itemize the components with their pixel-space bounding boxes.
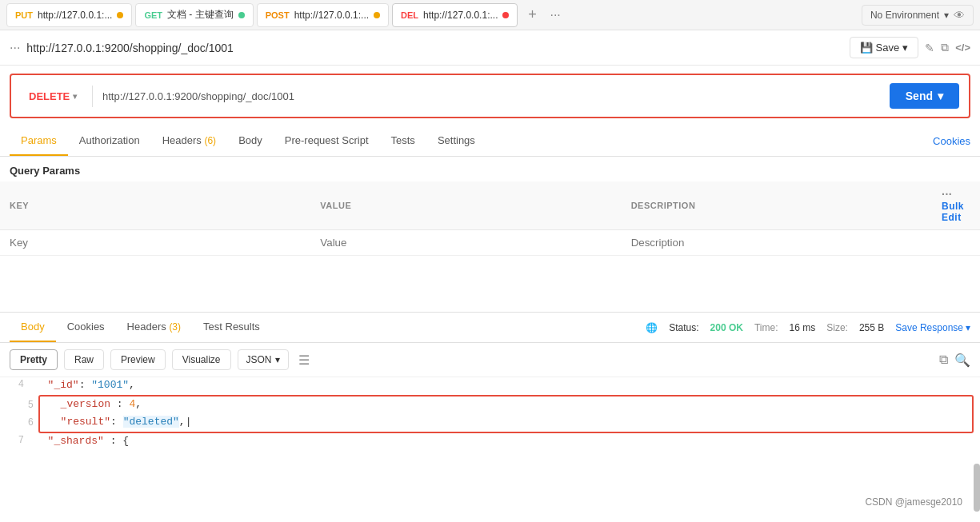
json-format-selector[interactable]: JSON ▾ bbox=[238, 349, 289, 370]
eye-icon: 👁 bbox=[954, 9, 965, 22]
three-dots-icon[interactable]: ··· bbox=[942, 188, 952, 201]
format-visualize-button[interactable]: Visualize bbox=[172, 349, 231, 370]
value-input[interactable] bbox=[320, 237, 611, 249]
col-desc-header: DESCRIPTION bbox=[622, 181, 932, 230]
response-tab-body[interactable]: Body bbox=[10, 313, 56, 342]
code-line-6: "result": "deleted",| bbox=[40, 414, 972, 432]
send-arrow-icon: ▾ bbox=[938, 90, 943, 102]
format-raw-button[interactable]: Raw bbox=[64, 349, 104, 370]
vertical-scrollbar[interactable] bbox=[974, 464, 980, 512]
copy-icon[interactable]: ⧉ bbox=[941, 41, 949, 54]
tab-authorization[interactable]: Authorization bbox=[68, 126, 151, 156]
method-label: DELETE bbox=[29, 90, 70, 102]
code-area: 4 "_id": "1001", _version : 4, "result":… bbox=[0, 377, 980, 451]
response-area: Body Cookies Headers (3) Test Results 🌐 … bbox=[0, 312, 980, 451]
table-row bbox=[0, 230, 980, 256]
environment-selector[interactable]: No Environment ▾ 👁 bbox=[862, 5, 974, 26]
code-line-7: 7 "_shards" : { bbox=[0, 433, 980, 451]
tab-post-method: POST bbox=[266, 10, 290, 20]
tab-post-dot bbox=[374, 12, 380, 18]
spacer bbox=[0, 256, 980, 304]
tab-put-dot bbox=[117, 12, 123, 18]
tab-get-url: 文档 - 主键查询 bbox=[167, 8, 234, 22]
method-chevron-icon: ▾ bbox=[73, 92, 77, 101]
globe-icon: 🌐 bbox=[646, 322, 658, 333]
status-value: 200 OK bbox=[710, 322, 743, 333]
code-icon[interactable]: </> bbox=[955, 42, 970, 54]
method-selector[interactable]: DELETE ▾ bbox=[21, 86, 93, 107]
save-button[interactable]: 💾 Save ▾ bbox=[850, 37, 919, 58]
bulk-edit-button[interactable]: Bulk Edit bbox=[942, 201, 964, 223]
tab-prerequest[interactable]: Pre-request Script bbox=[274, 126, 380, 156]
response-toolbar: Pretty Raw Preview Visualize JSON ▾ ☰ ⧉ … bbox=[0, 343, 980, 377]
filter-icon[interactable]: ☰ bbox=[298, 353, 310, 368]
middle-scroll: DELETE ▾ Send ▾ Params Authorization Hea… bbox=[0, 66, 980, 522]
response-tabs-row: Body Cookies Headers (3) Test Results 🌐 … bbox=[0, 313, 980, 343]
col-actions-header: ··· Bulk Edit bbox=[932, 181, 980, 230]
copy-response-icon[interactable]: ⧉ bbox=[939, 353, 948, 367]
request-bar: DELETE ▾ Send ▾ bbox=[10, 74, 970, 118]
tab-body[interactable]: Body bbox=[227, 126, 274, 156]
time-label: Time: bbox=[754, 322, 778, 333]
tab-put-method: PUT bbox=[15, 10, 33, 20]
key-input[interactable] bbox=[10, 237, 301, 249]
format-pretty-button[interactable]: Pretty bbox=[10, 349, 58, 370]
tab-put[interactable]: PUT http://127.0.0.1:... bbox=[6, 3, 132, 27]
tab-headers[interactable]: Headers (6) bbox=[151, 126, 227, 156]
size-label: Size: bbox=[826, 322, 848, 333]
save-label: Save bbox=[876, 42, 900, 54]
url-input[interactable] bbox=[93, 86, 890, 107]
tab-del-url: http://127.0.0.1:... bbox=[423, 10, 498, 21]
tab-params[interactable]: Params bbox=[10, 126, 68, 156]
description-input[interactable] bbox=[631, 237, 922, 249]
code-line-4: 4 "_id": "1001", bbox=[0, 377, 980, 395]
address-more-icon[interactable]: ··· bbox=[10, 41, 20, 55]
tab-del[interactable]: DEL http://127.0.0.1:... bbox=[392, 3, 518, 27]
save-response-button[interactable]: Save Response ▾ bbox=[895, 322, 970, 333]
tab-post-url: http://127.0.0.1:... bbox=[294, 10, 369, 21]
tab-del-method: DEL bbox=[401, 10, 418, 20]
highlighted-block: _version : 4, "result": "deleted",| 5 6 bbox=[0, 395, 980, 433]
response-tab-headers[interactable]: Headers (3) bbox=[116, 313, 192, 342]
save-arrow-icon: ▾ bbox=[902, 42, 908, 54]
query-params-section-title: Query Params bbox=[0, 157, 980, 181]
toolbar-right: ⧉ 🔍 bbox=[939, 353, 970, 368]
time-value: 16 ms bbox=[790, 322, 816, 333]
col-key-header: KEY bbox=[0, 181, 310, 230]
env-chevron-icon: ▾ bbox=[944, 10, 949, 21]
env-label: No Environment bbox=[870, 10, 939, 21]
tab-get[interactable]: GET 文档 - 主键查询 bbox=[135, 3, 253, 27]
params-table: KEY VALUE DESCRIPTION ··· Bulk Edit bbox=[0, 181, 980, 256]
tab-bar: PUT http://127.0.0.1:... GET 文档 - 主键查询 P… bbox=[0, 0, 980, 30]
address-url-display: http://127.0.0.1:9200/shopping/_doc/1001 bbox=[26, 42, 842, 54]
response-tab-tests[interactable]: Test Results bbox=[192, 313, 271, 342]
tab-get-dot bbox=[238, 12, 245, 18]
size-value: 255 B bbox=[859, 322, 884, 333]
more-tabs-button[interactable]: ··· bbox=[546, 5, 563, 26]
edit-icon[interactable]: ✎ bbox=[925, 42, 934, 54]
col-value-header: VALUE bbox=[310, 181, 621, 230]
main-content: DELETE ▾ Send ▾ Params Authorization Hea… bbox=[0, 66, 980, 522]
tab-put-url: http://127.0.0.1:... bbox=[38, 10, 112, 21]
response-status-bar: 🌐 Status: 200 OK Time: 16 ms Size: 255 B… bbox=[646, 322, 970, 333]
send-button[interactable]: Send ▾ bbox=[890, 83, 959, 109]
request-tabs-row: Params Authorization Headers (6) Body Pr… bbox=[0, 126, 980, 157]
status-label: Status: bbox=[669, 322, 698, 333]
tab-get-method: GET bbox=[144, 10, 162, 20]
tab-post[interactable]: POST http://127.0.0.1:... bbox=[257, 3, 389, 27]
search-response-icon[interactable]: 🔍 bbox=[954, 353, 970, 368]
tab-del-dot bbox=[502, 12, 509, 18]
watermark: CSDN @jamesge2010 bbox=[860, 495, 967, 509]
tab-tests[interactable]: Tests bbox=[380, 126, 426, 156]
app-container: PUT http://127.0.0.1:... GET 文档 - 主键查询 P… bbox=[0, 0, 980, 522]
address-bar: ··· http://127.0.0.1:9200/shopping/_doc/… bbox=[0, 30, 980, 66]
cookies-link[interactable]: Cookies bbox=[933, 135, 970, 147]
add-tab-button[interactable]: + bbox=[521, 4, 543, 26]
send-label: Send bbox=[906, 90, 933, 102]
save-icon: 💾 bbox=[860, 42, 873, 54]
response-tab-cookies[interactable]: Cookies bbox=[56, 313, 116, 342]
format-preview-button[interactable]: Preview bbox=[110, 349, 166, 370]
tab-settings[interactable]: Settings bbox=[426, 126, 486, 156]
code-line-5: _version : 4, bbox=[40, 396, 972, 414]
